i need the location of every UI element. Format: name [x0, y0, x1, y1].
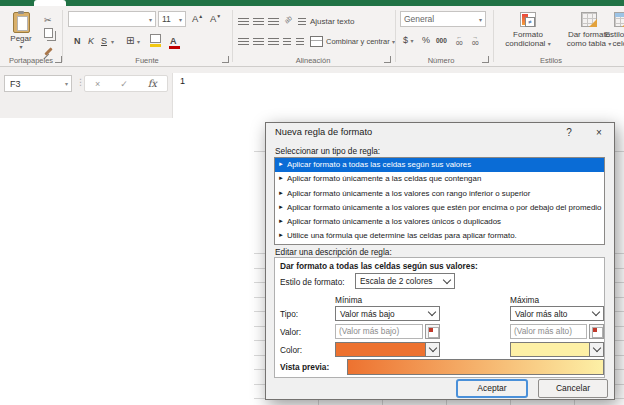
- rule-type-item[interactable]: ►Aplicar formato a todas las celdas segú…: [275, 158, 604, 172]
- align-right-icon[interactable]: [268, 38, 279, 39]
- chevron-down-icon[interactable]: ▾: [137, 38, 140, 45]
- type-max-combobox[interactable]: Valor más alto: [510, 306, 604, 321]
- accept-button[interactable]: Aceptar: [456, 379, 528, 398]
- group-divider: [493, 10, 494, 62]
- rule-type-text: Aplicar formato únicamente a los valores…: [287, 203, 602, 212]
- color-min-dropdown[interactable]: [335, 342, 440, 357]
- rule-type-item[interactable]: ►Aplicar formato únicamente a las celdas…: [275, 172, 604, 186]
- collapse-dialog-min-button[interactable]: [425, 324, 440, 339]
- dialog-title: Nueva regla de formato: [275, 127, 372, 137]
- format-style-label: Estilo de formato:: [280, 277, 345, 287]
- align-middle-icon[interactable]: [253, 18, 264, 19]
- copy-icon: [44, 28, 53, 38]
- align-left-icon[interactable]: [238, 38, 249, 39]
- chevron-down-icon: ▾: [65, 80, 71, 87]
- edit-rule-description-label: Editar una descripción de regla:: [275, 247, 392, 257]
- wrap-text-button[interactable]: Ajustar texto: [310, 17, 354, 26]
- font-color-bar: [169, 46, 180, 49]
- maximum-column-label: Máxima: [510, 295, 539, 305]
- name-box[interactable]: F3 ▾: [4, 75, 72, 92]
- italic-button[interactable]: K: [88, 36, 94, 46]
- align-top-icon[interactable]: [238, 18, 249, 19]
- font-color-button[interactable]: A: [170, 36, 177, 46]
- rule-type-list: ►Aplicar formato a todas las celdas segú…: [274, 157, 605, 245]
- merge-center-button[interactable]: Combinar y centrar ▾: [326, 37, 395, 46]
- alignment-group-label: Alineación: [296, 56, 331, 65]
- cancel-button[interactable]: Cancelar: [538, 379, 608, 398]
- conditional-formatting-button[interactable]: Formatocondicional ▾: [497, 12, 559, 49]
- shrink-font-button[interactable]: A▼: [210, 13, 221, 24]
- decrease-indent-icon[interactable]: [283, 38, 291, 39]
- value-label: Valor:: [280, 327, 301, 337]
- fill-color-button[interactable]: [150, 34, 161, 43]
- clipboard-icon: [13, 12, 30, 33]
- bold-button[interactable]: N: [74, 36, 81, 46]
- chevron-down-icon: [592, 308, 600, 316]
- color-label: Color:: [280, 345, 302, 355]
- rule-bullet-icon: ►: [278, 204, 284, 210]
- type-min-combobox[interactable]: Valor más bajo: [335, 306, 440, 321]
- percent-button[interactable]: %: [422, 35, 430, 45]
- rule-type-item[interactable]: ►Aplicar formato únicamente a los valore…: [275, 187, 604, 201]
- thousands-button[interactable]: 000: [436, 37, 447, 44]
- alignment-dialog-launcher-icon[interactable]: [384, 56, 391, 63]
- ribbon: Pegar▾ ✂ Portapapeles ▾ 11▾ A▲ A▼ N K S …: [0, 6, 624, 67]
- merge-center-icon: [310, 36, 323, 47]
- excel-window: Pegar▾ ✂ Portapapeles ▾ 11▾ A▲ A▼ N K S …: [0, 0, 624, 405]
- value-max-input[interactable]: (Valor más alto): [510, 324, 587, 339]
- color-max-dropdown[interactable]: [510, 342, 604, 357]
- formula-buttons: × ✓ fx: [84, 75, 168, 92]
- chevron-down-icon[interactable]: ▾: [111, 38, 114, 45]
- increase-indent-icon[interactable]: [296, 38, 304, 39]
- conditional-formatting-icon: [520, 12, 536, 27]
- cell-styles-button[interactable]: Estilos decelda: [584, 12, 624, 48]
- orientation-button[interactable]: ab: [283, 14, 293, 24]
- insert-function-icon[interactable]: fx: [148, 78, 157, 89]
- font-name-combobox[interactable]: ▾: [68, 11, 156, 27]
- number-dialog-launcher-icon[interactable]: [482, 56, 489, 63]
- rule-type-item[interactable]: ►Aplicar formato únicamente a los valore…: [275, 215, 604, 229]
- grow-font-button[interactable]: A▲: [192, 13, 203, 24]
- format-style-combobox[interactable]: Escala de 2 colores: [355, 273, 455, 289]
- rule-type-text: Aplicar formato únicamente a las celdas …: [287, 174, 481, 183]
- currency-button[interactable]: $ ▾: [403, 35, 414, 45]
- borders-button[interactable]: ⊞: [126, 35, 134, 46]
- dialog-title-bar[interactable]: Nueva regla de formato ? ×: [266, 123, 614, 143]
- decrease-decimal-button[interactable]: →00: [472, 34, 479, 46]
- format-painter-button[interactable]: [44, 44, 60, 56]
- clipboard-dialog-launcher-icon[interactable]: [55, 56, 62, 63]
- value-min-input[interactable]: (Valor más bajo): [335, 324, 423, 339]
- rule-bullet-icon: ►: [278, 190, 284, 196]
- enter-entry-icon[interactable]: ✓: [120, 79, 128, 89]
- paste-button[interactable]: Pegar▾: [4, 10, 38, 60]
- formula-input[interactable]: 1: [172, 73, 624, 118]
- rule-type-item[interactable]: ►Utilice una fórmula que determine las c…: [275, 229, 604, 243]
- rule-bullet-icon: ►: [278, 175, 284, 181]
- range-selector-icon: [592, 327, 603, 338]
- align-bottom-icon[interactable]: [268, 18, 279, 19]
- underline-button[interactable]: S: [101, 36, 107, 46]
- font-dialog-launcher-icon[interactable]: [222, 56, 229, 63]
- number-format-combobox[interactable]: General▾: [400, 11, 486, 27]
- clipboard-group-label: Portapapeles: [9, 56, 53, 65]
- help-button[interactable]: ?: [558, 124, 580, 141]
- group-divider: [62, 10, 63, 62]
- formula-bar: F3 ▾ ⋮ × ✓ fx 1: [0, 67, 624, 118]
- cancel-entry-icon[interactable]: ×: [95, 79, 100, 89]
- chevron-down-icon: ▾: [548, 41, 551, 47]
- cut-button[interactable]: ✂: [44, 14, 60, 26]
- rule-description-groupbox: Dar formato a todas las celdas según sus…: [274, 257, 605, 378]
- rule-type-item[interactable]: ►Aplicar formato únicamente a los valore…: [275, 201, 604, 215]
- collapse-dialog-max-button[interactable]: [589, 324, 604, 339]
- rule-bullet-icon: ►: [278, 218, 284, 224]
- increase-decimal-button[interactable]: ←00: [456, 34, 463, 46]
- close-icon[interactable]: ×: [588, 124, 610, 141]
- font-group-label: Fuente: [135, 56, 158, 65]
- group-divider: [395, 10, 396, 62]
- align-center-icon[interactable]: [253, 38, 264, 39]
- rule-type-text: Utilice una fórmula que determine las ce…: [287, 231, 517, 240]
- copy-button[interactable]: [44, 28, 60, 40]
- format-all-cells-label: Dar formato a todas las celdas según sus…: [280, 261, 478, 271]
- font-size-combobox[interactable]: 11▾: [158, 11, 186, 27]
- rule-type-text: Aplicar formato a todas las celdas según…: [287, 160, 471, 169]
